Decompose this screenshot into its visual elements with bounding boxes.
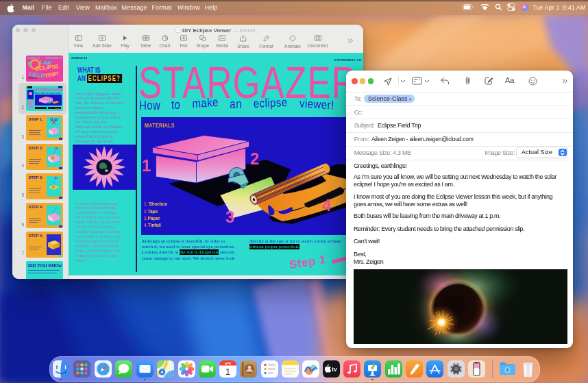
- svg-text:2: 2: [250, 149, 259, 167]
- svg-text:3: 3: [225, 208, 234, 226]
- svg-text:1: 1: [225, 366, 230, 376]
- svg-text:tv: tv: [332, 367, 337, 373]
- svg-text:Wed 1 p.m.: Wed 1 p.m.: [28, 77, 37, 79]
- svg-text:4: 4: [322, 196, 332, 214]
- svg-text:APR: APR: [225, 361, 231, 365]
- svg-text:TRIP!: TRIP!: [45, 71, 60, 79]
- svg-text:1: 1: [142, 156, 151, 175]
